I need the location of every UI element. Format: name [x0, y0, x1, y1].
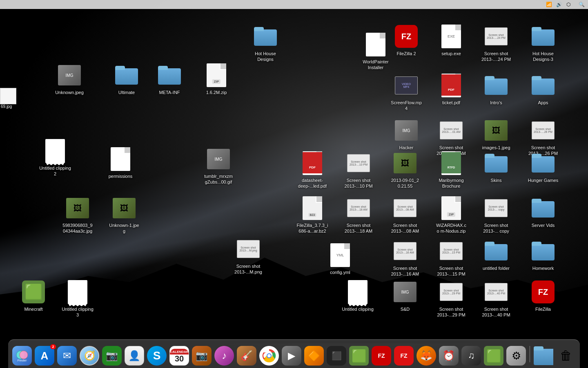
dock-appstore[interactable]: A 2 — [34, 345, 55, 366]
desktop-icon-hacker[interactable]: IMG Hacker — [390, 117, 423, 150]
dock-iphoto[interactable]: 📷 — [191, 345, 212, 366]
desktop-icon-screenshot-24pm[interactable]: Screen shot 2013-....24 PM Screen shot 2… — [480, 23, 512, 63]
dock-itunes[interactable]: ♪ — [214, 345, 235, 366]
desktop-icon-minecraft-app[interactable]: 🟩 Minecraft — [17, 279, 50, 312]
dock-finder[interactable]: Finder — [11, 345, 33, 366]
icon-label-skins: Skins — [491, 177, 502, 183]
tiny-file-label: 69.jpg — [1, 104, 12, 109]
desktop-icon-screenshot-29pm[interactable]: Screen shot 2013-...29 PM Screen shot 20… — [435, 279, 468, 318]
icon-label-screenshot-png: Screen shot 2013-...M.png — [232, 263, 265, 275]
icon-label-unknown-1jpeg: Unknown-1.jpe g — [108, 222, 140, 234]
desktop-icon-filezilla-dock[interactable]: FZ FileZilla — [527, 279, 559, 312]
icon-label-homework: Homework — [532, 265, 554, 271]
desktop-icon-unknown-1jpeg[interactable]: 🖼 Unknown-1.jpe g — [108, 195, 140, 234]
icon-label-wizardhax-zip: WiZARDHAX.co m-Nodus.zip — [435, 222, 468, 234]
icon-label-screenshot-24pm: Screen shot 2013-....24 PM — [480, 51, 512, 63]
desktop-icon-homework[interactable]: Homework — [527, 238, 559, 271]
desktop-icon-server-vids[interactable]: Server Vids — [527, 195, 559, 228]
desktop-icon-ultimate[interactable]: Ultimate — [110, 62, 143, 95]
dock-sysprefs[interactable]: ⚙ — [506, 345, 527, 366]
desktop-icon-screenflow[interactable]: VIDEOMP4 ScreenFlow.mp4 — [390, 72, 423, 112]
menubar-search-icon[interactable]: 🔍 — [579, 2, 585, 7]
dock-firefox[interactable]: 🦊 — [416, 345, 437, 366]
icon-label-filezilla-dock: FileZilla — [535, 306, 551, 312]
desktop-icon-2013-09-01[interactable]: 🖼 2013-09-01_2 0.21.55 — [389, 150, 421, 189]
dock-finder-folder[interactable] — [533, 345, 554, 366]
desktop-icon-untitled-clipping2[interactable]: Untitled clipping 2 — [39, 138, 71, 177]
dock-skype[interactable]: S — [146, 345, 167, 366]
svg-point-5 — [267, 354, 271, 357]
desktop-icon-config-yml[interactable]: YML config.yml — [324, 242, 356, 275]
dock-contacts[interactable]: 👤 — [124, 345, 145, 366]
desktop-icon-screenshot-18am[interactable]: Screen shot 2013-...18 AM Screen shot 20… — [342, 195, 375, 234]
desktop-icon-screenshot-10pm[interactable]: Screen shot 2013-...10 PM Screen shot 20… — [342, 150, 375, 189]
desktop-icon-screenshot-15pm[interactable]: Screen shot 2013-...15 PM Screen shot 20… — [435, 238, 468, 277]
dock-chrome[interactable] — [258, 345, 280, 366]
dock-safari[interactable]: 🧭 — [79, 345, 100, 366]
icon-label-sd-file: S&D — [401, 306, 410, 312]
icon-label-config-yml: config.yml — [330, 269, 350, 275]
desktop-icon-untitled-clipping3[interactable]: Untitled clipping 3 — [61, 279, 94, 318]
desktop-icon-wizardhax-zip[interactable]: ZIP WiZARDHAX.co m-Nodus.zip — [435, 195, 468, 234]
desktop-icon-ticket-pdf[interactable]: PDF ticket.pdf — [435, 72, 468, 105]
desktop-icon-screenshot-08am[interactable]: Screen shot 2013-...08 AM Screen shot 20… — [389, 195, 421, 234]
svg-text:Finder: Finder — [18, 359, 27, 362]
icon-label-screenshot-40pm: Screen shot 2013-...40 PM — [480, 306, 512, 318]
icon-label-screenshot-copy: Screen shot 2013-... copy — [480, 222, 512, 234]
desktop-icon-setup-exe[interactable]: EXE setup.exe — [435, 23, 468, 56]
desktop-icon-worldpainter[interactable]: WorldPainter Installer — [359, 31, 392, 71]
dock-minecraft2[interactable]: 🟩 — [483, 345, 504, 366]
desktop-icon-unknown-jpeg[interactable]: IMG Unknown.jpeg — [53, 62, 86, 95]
desktop-icon-zip-file[interactable]: ZIP 1.6.2M.zip — [200, 62, 233, 95]
desktop-icon-sd-file[interactable]: IMG S&D — [389, 279, 421, 312]
desktop-icon-screenshot-16am[interactable]: Screen shot 2013-...16 AM Screen shot 20… — [389, 238, 421, 277]
desktop-icon-images-1[interactable]: 🖼 images-1.jpeg — [480, 117, 512, 150]
desktop-icon-5983906803[interactable]: 🖼 5983906803_9 04344aa3c.jpg — [61, 195, 94, 234]
icon-label-minecraft-app: Minecraft — [24, 306, 42, 312]
dock-timemachine[interactable]: ⏰ — [438, 345, 459, 366]
small-file-topleft — [0, 88, 16, 104]
icon-label-server-vids: Server Vids — [532, 222, 555, 228]
desktop-icon-hot-house-3[interactable]: Hot House Designs-3 — [527, 23, 559, 63]
desktop-icon-permissions[interactable]: permissions — [104, 146, 137, 179]
icon-label-screenshot-18am: Screen shot 2013-...18 AM — [342, 222, 375, 234]
desktop-icon-apps[interactable]: Apps — [527, 72, 559, 105]
desktop-icon-filezilla-bz2[interactable]: BZ2 FileZilla_3.7.3_i 686-a...ar.bz2 — [296, 195, 329, 234]
desktop-icon-datasheet-pdf[interactable]: PDF datasheet- deep-...led.pdf — [296, 150, 329, 189]
desktop-icon-screenshot-40pm[interactable]: Screen shot 2013-...40 PM Screen shot 20… — [480, 279, 512, 318]
dock-dvdplayer[interactable]: ▶ — [281, 345, 302, 366]
icon-label-apps: Apps — [538, 100, 548, 105]
dock-minecraft1[interactable]: 🟩 — [348, 345, 370, 366]
dock-filezilla2[interactable]: FZ — [393, 345, 414, 366]
desktop-icon-screenshot-copy[interactable]: Screen shot 2013-... copy Screen shot 20… — [480, 195, 512, 234]
icon-label-unknown-jpeg: Unknown.jpeg — [55, 90, 84, 95]
dock-music[interactable]: ♫ — [461, 345, 482, 366]
desktop: 69.jpg IMG Unknown.jpeg Ultimate META-IN… — [0, 0, 588, 368]
dock-trash[interactable]: 🗑 — [555, 345, 577, 366]
dock-blender[interactable]: 🔶 — [303, 345, 325, 366]
desktop-icon-maribyrnong[interactable]: RTFD Maribyrnong Brochure — [435, 150, 468, 189]
icon-label-screenshot-08am: Screen shot 2013-...08 AM — [389, 222, 421, 234]
dock-calendar[interactable]: CALENDAR 30 — [169, 345, 190, 366]
desktop-icon-intros[interactable]: Intro's — [480, 72, 512, 105]
desktop-icon-tumblr-gif[interactable]: IMG tumblr_mrxzm gZubs...00.gif — [202, 146, 235, 185]
desktop-icon-filezilla2[interactable]: FZ FileZilla 2 — [390, 23, 423, 56]
dock-garageband[interactable]: 🎸 — [236, 345, 257, 366]
dock-filezilla1[interactable]: FZ — [371, 345, 392, 366]
dock-mail[interactable]: ✉ — [56, 345, 78, 366]
icon-label-5983906803: 5983906803_9 04344aa3c.jpg — [61, 222, 94, 234]
desktop-icon-hunger-games[interactable]: Hunger Games — [527, 150, 559, 183]
desktop-icon-screenshot-png[interactable]: Screen shot 2013-...M.png Screen shot 20… — [232, 236, 265, 275]
desktop-icon-hot-house-designs[interactable]: Hot House Designs — [249, 23, 282, 63]
dock-facetime[interactable]: 📷 — [101, 345, 122, 366]
desktop-icon-untitled-folder[interactable]: untitled folder — [480, 238, 512, 271]
icon-label-filezilla2: FileZilla 2 — [396, 51, 416, 56]
icon-label-screenshot-29pm: Screen shot 2013-...29 PM — [435, 306, 468, 318]
icon-label-untitled-clipping: Untitled clipping — [342, 306, 374, 312]
desktop-icon-untitled-clipping[interactable]: Untitled clipping — [341, 279, 374, 312]
menubar-bluetooth-icon: ⬡ — [566, 2, 570, 7]
dock-obs[interactable]: ⬛ — [326, 345, 347, 366]
desktop-icon-skins[interactable]: Skins — [480, 150, 512, 183]
icon-label-setup-exe: setup.exe — [441, 51, 461, 56]
desktop-icon-meta-inf[interactable]: META-INF — [153, 62, 186, 95]
